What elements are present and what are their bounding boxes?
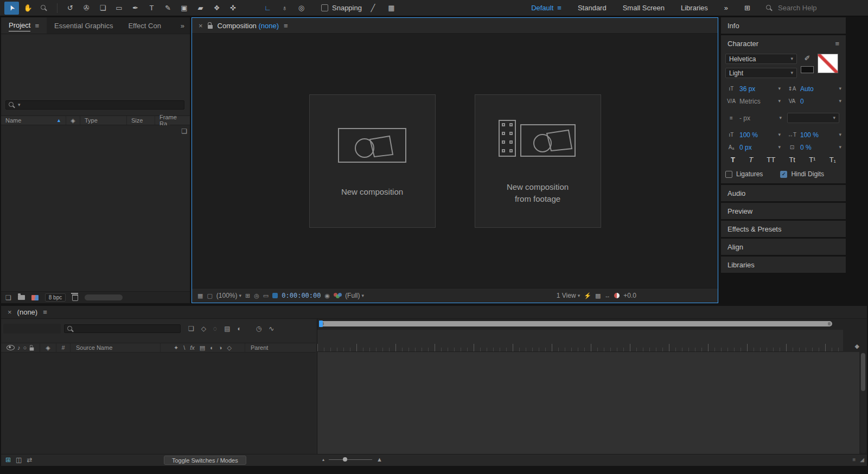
zoom-tool[interactable] [37,2,52,15]
clone-stamp-tool[interactable]: ▣ [177,2,192,15]
exposure-value[interactable]: +0.0 [623,292,636,299]
font-family-select[interactable]: Helvetica ▾ [725,54,797,64]
column-frame-rate[interactable]: Frame Ra.. [155,116,190,125]
current-time-indicator[interactable] [319,321,323,327]
small-caps-icon[interactable]: Tt [789,156,795,164]
resize-grip-icon[interactable]: ◢ [860,457,864,463]
view-axis-mode-button[interactable]: ◎ [294,2,309,15]
puppet-pin-tool[interactable]: ✜ [226,2,240,15]
panel-grid-icon[interactable]: ⊞ [744,4,750,12]
eraser-tool[interactable]: ▰ [193,2,208,15]
kerning-control[interactable]: V/A Metrics ▾ [725,98,781,105]
tab-project[interactable]: Project ≡ [1,17,47,34]
frame-blending-icon[interactable]: ▤ [224,325,230,332]
baseline-shift-control[interactable]: Aₐ 0 px ▾ [725,144,781,151]
tab-overflow-icon[interactable]: » [175,22,190,30]
vertical-scale-control[interactable]: ıT 100 % ▾ [725,131,781,139]
close-tab-icon[interactable]: × [8,308,12,316]
timeline-options-icon[interactable]: ≡ [852,457,856,463]
timeline-track-area[interactable] [317,352,859,454]
expand-inout-panes-icon[interactable]: ⇄ [27,456,32,464]
draft-3d-icon[interactable]: ◇ [201,325,206,332]
pan-behind-tool[interactable]: ❏ [95,2,110,15]
fill-color-swatch[interactable] [818,54,838,73]
bit-depth-button[interactable]: 8 bpc [45,293,66,302]
timeline-search-input[interactable] [76,325,177,332]
column-label-color[interactable]: ◈ [66,116,80,125]
composition-tab[interactable]: Composition (none) [218,22,279,30]
hand-tool[interactable]: ✋ [21,2,35,15]
search-options-caret-icon[interactable]: ▾ [18,103,21,107]
world-axis-mode-button[interactable]: ♁ [277,2,292,15]
brush-tool[interactable]: ✎ [161,2,175,15]
source-name-column[interactable]: Source Name [71,343,161,352]
type-tool[interactable]: T [144,2,159,15]
panel-menu-icon[interactable]: ≡ [835,40,839,48]
region-of-interest-icon[interactable]: ▭ [263,292,269,299]
timeline-search-field[interactable] [64,324,181,333]
grid-guides-icon[interactable]: ⊞ [245,292,250,299]
close-tab-icon[interactable]: × [199,22,203,30]
info-header[interactable]: Info [721,17,846,34]
reset-exposure-icon[interactable] [614,293,620,298]
project-flowchart-icon[interactable]: ❏ [181,127,187,135]
font-size-control[interactable]: ıT 36 px ▾ [725,85,781,93]
motion-blur-icon[interactable]: ◐ [237,325,241,332]
view-layout-menu[interactable]: 1 View ▾ [557,292,580,299]
magnification-menu[interactable]: (100%) ▾ [216,292,241,299]
ligatures-checkbox[interactable]: ✓ [725,171,732,178]
comp-marker-bin-icon[interactable]: ◆ [855,343,859,350]
font-style-select[interactable]: Light ▾ [725,68,797,78]
effects-presets-header[interactable]: Effects & Presets [721,221,846,237]
toggle-switches-modes-button[interactable]: Toggle Switches / Modes [164,456,246,465]
column-name[interactable]: Name ▲ [1,116,66,125]
snap-collapsed-comps-button[interactable]: ▦ [384,2,399,15]
snapshot-icon[interactable]: ◉ [325,292,330,299]
rectangle-tool[interactable]: ▭ [112,2,126,15]
show-channel-icon[interactable] [334,293,341,298]
time-ruler[interactable] [317,330,843,352]
composition-mini-flowchart-icon[interactable]: ❏ [188,325,194,332]
snap-beyond-edges-button[interactable]: ╱ [366,2,380,15]
preview-thumbnail-icon[interactable]: ▦ [197,292,203,299]
preview-header[interactable]: Preview [721,203,846,219]
expand-layer-switches-icon[interactable]: ⊞ [5,456,11,464]
parent-column[interactable]: Parent [245,343,316,352]
time-navigator-bar[interactable] [320,321,832,326]
pen-tool[interactable]: ✒ [128,2,143,15]
selection-tool[interactable]: ➤ [4,2,19,15]
current-time-display[interactable] [3,324,61,334]
audio-header[interactable]: Audio [721,185,846,201]
display-icon[interactable]: ▢ [207,292,212,299]
subscript-icon[interactable]: T₁ [829,156,836,164]
stroke-color-swatch[interactable] [801,66,814,73]
rotation-tool[interactable]: ↺ [63,2,78,15]
panel-menu-icon[interactable]: ≡ [35,22,39,30]
local-axis-mode-button[interactable]: ∟ [260,2,275,15]
resolution-menu[interactable]: (Full) ▾ [345,292,364,299]
workspace-tab-small-screen[interactable]: Small Screen [623,4,665,12]
mask-visibility-icon[interactable]: ◎ [254,292,259,299]
index-column[interactable]: # [56,343,71,352]
horizontal-scale-control[interactable]: ↔T 100 % ▾ [786,131,841,139]
zoom-in-mountain-icon[interactable]: ▲ [376,456,382,463]
faux-bold-icon[interactable]: T [731,156,735,164]
interpret-footage-icon[interactable]: ❏ [5,294,11,302]
tsume-control[interactable]: ⊡ 0 % ▾ [786,144,841,151]
label-column[interactable]: ◈ [40,343,56,352]
workspace-tab-default[interactable]: Default ≡ [531,4,561,12]
new-composition-from-footage-card[interactable]: New composition from footage [475,94,601,228]
scrollbar-thumb[interactable] [861,353,865,391]
superscript-icon[interactable]: T¹ [809,156,815,164]
character-header[interactable]: Character ≡ [721,35,846,52]
tab-essential-graphics[interactable]: Essential Graphics [47,17,120,34]
transparency-grid-icon[interactable]: ▩ [595,292,601,299]
hide-shy-layers-icon[interactable]: ◌ [213,325,217,332]
roto-brush-tool[interactable]: ❖ [209,2,224,15]
fast-previews-icon[interactable]: ⚡ [584,292,591,299]
layer-list-area[interactable] [1,353,316,454]
all-caps-icon[interactable]: TT [767,156,775,164]
help-search-input[interactable] [777,3,860,12]
tab-effect-controls[interactable]: Effect Con [120,17,168,34]
zoom-handle[interactable] [343,457,347,462]
